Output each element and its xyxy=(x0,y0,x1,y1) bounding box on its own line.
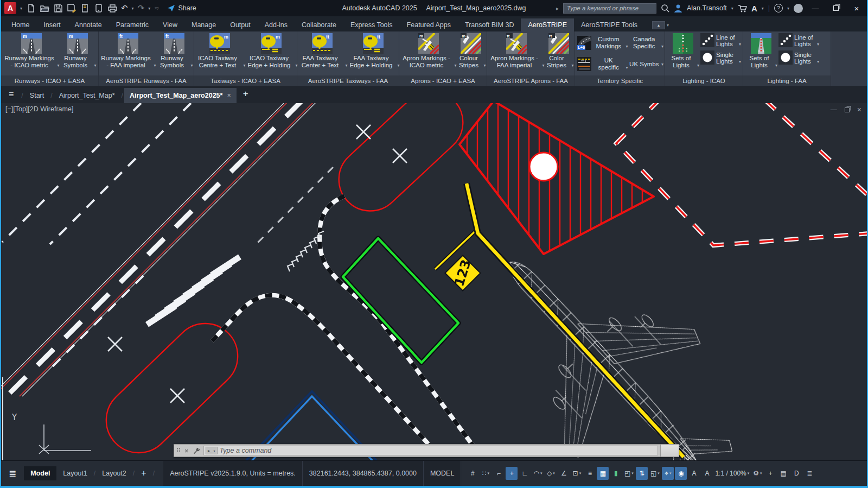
ribbon-tab-parametric[interactable]: Parametric xyxy=(109,18,156,31)
workspace-switching-icon[interactable]: ⚙▾ xyxy=(751,467,763,480)
user-name[interactable]: Alan.Transoft xyxy=(687,4,727,12)
file-tabs-menu-icon[interactable]: ≡ xyxy=(1,90,20,103)
command-wrench-icon[interactable] xyxy=(192,447,203,454)
autodesk-access-icon[interactable]: A xyxy=(751,4,757,13)
close-button[interactable]: × xyxy=(848,2,865,15)
help-icon[interactable]: ? xyxy=(774,4,783,12)
tab-close-icon[interactable]: × xyxy=(227,92,231,99)
btn-single-lights-icao[interactable]: Single Lights▾ xyxy=(700,50,740,66)
save-icon[interactable] xyxy=(53,3,63,13)
save-as-icon[interactable] xyxy=(67,3,76,13)
btn-runway-markings-icao[interactable]: m Runway Markings - ICAO metric▾ xyxy=(4,33,59,69)
space-mode-toggle[interactable]: MODEL xyxy=(423,461,461,486)
access-caret-icon[interactable]: ▾ xyxy=(762,6,764,11)
file-tab-airport-test-map-aero2025[interactable]: Airport_Test_Map_aero2025* × xyxy=(124,88,237,103)
app-menu-caret-icon[interactable]: ▾ xyxy=(20,6,22,11)
annotation-visibility-icon[interactable]: ◉ xyxy=(675,467,687,480)
infer-constraints-icon[interactable]: ⌐ xyxy=(493,467,505,480)
user-avatar-icon[interactable] xyxy=(674,4,682,12)
btn-line-of-lights-faa[interactable]: Line of Lights▾ xyxy=(778,33,818,48)
3d-object-snap-icon[interactable]: ◰▾ xyxy=(623,467,635,480)
model-tab[interactable]: Model xyxy=(24,466,56,480)
drawing-minimize-icon[interactable]: — xyxy=(831,106,837,113)
btn-runway-symbols-icao[interactable]: m Runway Symbols▾ xyxy=(60,33,95,69)
btn-custom-markings[interactable]: Custom Markings▾ xyxy=(593,36,627,49)
dynamic-input-icon[interactable]: + xyxy=(506,467,518,480)
ribbon-tab-manage[interactable]: Manage xyxy=(184,18,223,31)
ribbon-tab-insert[interactable]: Insert xyxy=(36,18,67,31)
command-prompt-icon[interactable]: ▸_▾ xyxy=(206,447,218,454)
hardware-acceleration-icon[interactable]: D xyxy=(790,467,802,480)
search-expand-icon[interactable]: ▸ xyxy=(556,5,559,11)
btn-faa-taxiway-edge[interactable]: ft FAA Taxiway Edge + Holding▾ xyxy=(348,33,399,69)
status-menu-icon[interactable]: ≣ xyxy=(1,468,24,479)
isometric-drafting-icon[interactable]: ◇▾ xyxy=(545,467,557,480)
command-close-icon[interactable]: × xyxy=(182,447,192,455)
selection-cycling-icon[interactable]: ▮ xyxy=(610,467,622,480)
undo-caret-icon[interactable]: ▾ xyxy=(132,6,134,11)
cart-icon[interactable] xyxy=(738,4,747,12)
command-input[interactable]: ▸_▾ Type a command xyxy=(203,446,658,455)
object-snap-icon[interactable]: ⊡▾ xyxy=(571,467,583,480)
save-web-mobile-icon[interactable] xyxy=(80,3,90,13)
ribbon-tab-annotate[interactable]: Annotate xyxy=(68,18,109,31)
btn-icao-taxiway-edge[interactable]: m ICAO Taxiway Edge + Holding▾ xyxy=(246,33,297,69)
annotation-scale-list-icon[interactable]: A xyxy=(701,467,713,480)
btn-runway-symbols-faa[interactable]: ft Runway Symbols▾ xyxy=(156,33,192,69)
btn-sets-of-lights-icao[interactable]: Sets of Lights▾ xyxy=(668,33,698,75)
ribbon-tab-express-tools[interactable]: Express Tools xyxy=(343,18,400,31)
btn-uk-specific[interactable]: UK specific▾ xyxy=(593,57,627,71)
command-resize-grip[interactable] xyxy=(660,445,679,457)
btn-sets-of-lights-faa[interactable]: Sets of Lights▾ xyxy=(746,33,776,75)
ribbon-tab-output[interactable]: Output xyxy=(223,18,258,31)
btn-apron-markings-icao[interactable]: m Apron Markings - ICAO metric▾ xyxy=(401,33,456,69)
command-drag-handle[interactable]: ⠿ xyxy=(174,447,182,454)
btn-apron-markings-faa[interactable]: ft Apron Markings - FAA imperial▾ xyxy=(489,33,544,69)
dynamic-ucs-icon[interactable]: ⇅ xyxy=(636,467,648,480)
isolate-objects-icon[interactable]: ▤ xyxy=(777,467,789,480)
layout2-tab[interactable]: Layout2 xyxy=(95,466,132,480)
ribbon-tab-home[interactable]: Home xyxy=(4,18,36,31)
minimize-button[interactable]: — xyxy=(807,2,824,15)
transparency-icon[interactable]: ▦ xyxy=(597,467,609,480)
ribbon-tab-collaborate[interactable]: Collaborate xyxy=(295,18,343,31)
btn-runway-markings-faa[interactable]: ft Runway Markings - FAA imperial▾ xyxy=(101,33,155,69)
ribbon-tab-addins[interactable]: Add-ins xyxy=(258,18,295,31)
btn-icao-taxiway-centre[interactable]: m ICAO Taxiway Centre + Text▾ xyxy=(195,33,245,69)
btn-single-lights-faa[interactable]: Single Lights▾ xyxy=(778,50,818,66)
snap-mode-icon[interactable]: ∷▾ xyxy=(480,467,492,480)
gizmo-icon[interactable]: ⌖▾ xyxy=(662,467,674,480)
command-bar[interactable]: ⠿ × ▸_▾ Type a command xyxy=(174,444,679,457)
undo-icon[interactable]: ↶ xyxy=(121,3,128,13)
clean-screen-icon[interactable]: ≣ xyxy=(803,467,815,480)
ribbon-tab-view[interactable]: View xyxy=(156,18,184,31)
btn-canada-specific[interactable]: Canada Specific▾ xyxy=(629,36,663,49)
search-icon[interactable] xyxy=(661,4,669,12)
btn-faa-taxiway-center[interactable]: ft FAA Taxiway Center + Text▾ xyxy=(298,33,347,69)
drawing-area[interactable]: [−][Top][2D Wireframe] — × xyxy=(1,103,867,460)
new-drawing-tab-button[interactable]: + xyxy=(237,87,255,103)
object-snap-tracking-icon[interactable]: ∠ xyxy=(558,467,570,480)
ribbon-tab-aerostripe[interactable]: AeroSTRIPE xyxy=(521,18,574,31)
app-button[interactable]: A xyxy=(4,2,16,14)
customization-icon[interactable]: + xyxy=(764,467,776,480)
ribbon-tab-transoft-bim[interactable]: Transoft BIM 3D xyxy=(458,18,521,31)
ribbon-tab-featured-apps[interactable]: Featured Apps xyxy=(400,18,458,31)
open-file-icon[interactable] xyxy=(40,3,49,13)
polar-tracking-icon[interactable]: ◠▾ xyxy=(532,467,544,480)
new-layout-button[interactable]: + xyxy=(135,468,152,478)
annotation-scale-value[interactable]: 1:1 / 100%▾ xyxy=(714,467,750,480)
ribbon-collapse-caret-icon[interactable]: ▾ xyxy=(667,23,669,28)
file-tab-start[interactable]: Start xyxy=(24,88,49,103)
redo-caret-icon[interactable]: ▾ xyxy=(148,6,150,11)
ribbon-collapse-control[interactable]: ▴ ▾ xyxy=(652,21,669,29)
selection-filtering-icon[interactable]: ◱▾ xyxy=(649,467,661,480)
btn-uk-symbs[interactable]: UK Symbs▾ xyxy=(629,61,663,68)
maximize-button[interactable] xyxy=(828,2,844,15)
plot-icon[interactable] xyxy=(107,3,117,13)
auto-annotation-scale-icon[interactable]: A xyxy=(688,467,700,480)
ortho-mode-icon[interactable]: ∟ xyxy=(519,467,531,480)
share-button[interactable]: Share xyxy=(167,4,196,12)
new-file-icon[interactable] xyxy=(26,3,36,13)
drawing-close-icon[interactable]: × xyxy=(857,105,861,114)
